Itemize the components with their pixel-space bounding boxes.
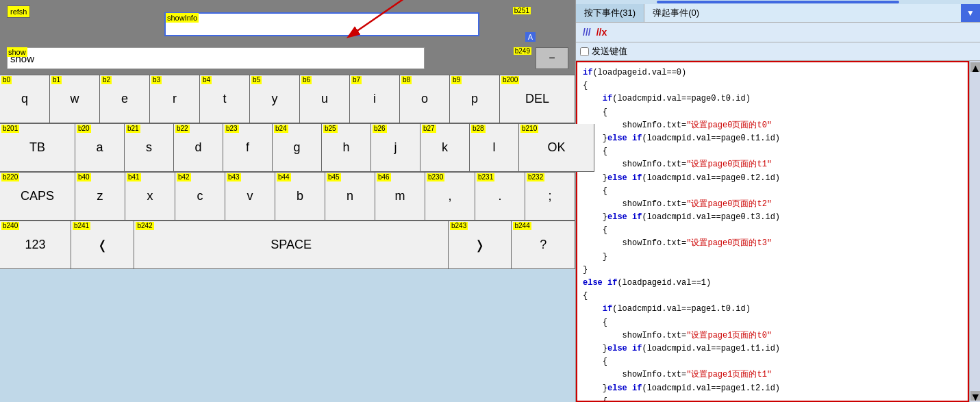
key-y[interactable]: b5y (250, 75, 300, 123)
code-header: 按下事件(31) 弹起事件(0) ▼ (576, 4, 980, 23)
key-row-4: b240123 b241❬ b242SPACE b243❭ b244? (0, 221, 575, 269)
code-area-wrapper: if(loadpageid.val==0) { if(loadcmpid.val… (576, 61, 980, 402)
code-line: showInfo.txt="设置page1页面的t0" (583, 329, 962, 342)
code-line: }else if(loadcmpid.val==page0.t3.id) (583, 211, 962, 224)
key-q[interactable]: b0q (0, 75, 50, 123)
minus-button[interactable]: − (536, 47, 568, 69)
key-k[interactable]: b27k (420, 124, 470, 172)
code-line: { (583, 290, 962, 303)
key-i[interactable]: b7i (350, 75, 400, 123)
key-d[interactable]: b22d (174, 124, 223, 172)
key-left-arrow[interactable]: b241❬ (71, 221, 135, 269)
code-line: { (583, 395, 962, 402)
show-info-container: showInfo (82, 12, 411, 36)
key-123[interactable]: b240123 (0, 221, 71, 269)
key-p[interactable]: b9p (450, 75, 500, 123)
key-comma[interactable]: b230, (425, 173, 475, 221)
key-tb[interactable]: b201TB (0, 124, 75, 172)
code-line: showInfo.txt="设置page1页面的t1" (583, 368, 962, 381)
key-j[interactable]: b26j (371, 124, 420, 172)
input-section: refsh showInfo b251 A (0, 0, 575, 75)
code-line: }else if(loadcmpid.val==page0.t1.id) (583, 132, 962, 145)
progress-bar (657, 1, 899, 3)
key-row-3: b220CAPS b40z b41x b42c b43v b44b b45n b… (0, 172, 575, 221)
code-line: showInfo.txt="设置page0页面的t0" (583, 119, 962, 132)
key-g[interactable]: b24g (273, 124, 322, 172)
code-line: { (583, 316, 962, 329)
send-label: 发送键值 (592, 45, 627, 58)
key-o[interactable]: b8o (400, 75, 450, 123)
key-v[interactable]: b43v (225, 173, 275, 221)
code-line: else if(loadpageid.val==1) (583, 277, 962, 290)
key-l[interactable]: b28l (470, 124, 519, 172)
code-line: { (583, 355, 962, 368)
scroll-up-button[interactable]: ▲ (970, 62, 980, 72)
code-body[interactable]: if(loadpageid.val==0) { if(loadcmpid.val… (576, 61, 969, 402)
keyboard-container: b0q b1w b2e b3r b4t b5y b6u b7i b8o b9p … (0, 75, 575, 269)
key-m[interactable]: b46m (375, 173, 425, 221)
key-caps[interactable]: b220CAPS (0, 173, 75, 221)
toolbar-stop-icon[interactable]: //x (594, 25, 610, 39)
code-line: showInfo.txt="设置page0页面的t2" (583, 198, 962, 211)
b249-label: b249 (514, 47, 531, 55)
key-semicolon[interactable]: b232; (525, 173, 575, 221)
code-line: } (583, 264, 962, 277)
code-line: }else if(loadcmpid.val==page1.t1.id) (583, 342, 962, 355)
show-input[interactable] (7, 47, 425, 69)
key-question[interactable]: b244? (512, 221, 575, 269)
tab-release-event[interactable]: 弹起事件(0) (644, 4, 961, 22)
code-line: showInfo.txt="设置page0页面的t3" (583, 237, 962, 250)
b251-label: b251 (513, 7, 531, 14)
progress-bar-area (576, 0, 980, 4)
a-label: A (525, 32, 536, 42)
code-line: if(loadpageid.val==0) (583, 66, 962, 79)
keyboard-area: refsh showInfo b251 A (0, 0, 575, 402)
dropdown-arrow-icon[interactable]: ▼ (961, 4, 980, 22)
code-panel: 按下事件(31) 弹起事件(0) ▼ /// //x 发送键值 if(loadp… (575, 0, 980, 402)
code-line: } (583, 251, 962, 264)
show-label: show (7, 47, 27, 57)
key-f[interactable]: b23f (223, 124, 273, 172)
code-line: { (583, 106, 962, 119)
code-line: { (583, 145, 962, 158)
key-t[interactable]: b4t (200, 75, 250, 123)
show-info-label: showInfo (166, 13, 199, 23)
key-c[interactable]: b42c (175, 173, 225, 221)
key-row-2: b201TB b20a b21s b22d b23f b24g b25h b26… (0, 123, 575, 172)
tab-press-event[interactable]: 按下事件(31) (576, 4, 644, 22)
key-space[interactable]: b242SPACE (134, 221, 449, 269)
key-b[interactable]: b44b (275, 173, 325, 221)
code-line: if(loadcmpid.val==page0.t0.id) (583, 92, 962, 105)
key-x[interactable]: b41x (125, 173, 175, 221)
code-line: if(loadcmpid.val==page1.t0.id) (583, 303, 962, 316)
key-right-arrow[interactable]: b243❭ (449, 221, 512, 269)
key-a[interactable]: b20a (75, 124, 125, 172)
input-row1: refsh showInfo b251 A (7, 5, 568, 43)
code-line: { (583, 79, 962, 92)
scrollbar[interactable]: ▲ ▼ (969, 61, 980, 402)
code-line: }else if(loadcmpid.val==page1.t2.id) (583, 382, 962, 395)
send-row: 发送键值 (576, 42, 980, 61)
key-ok[interactable]: b210OK (519, 124, 594, 172)
code-line: }else if(loadcmpid.val==page0.t2.id) (583, 172, 962, 185)
show-info-box[interactable]: showInfo (164, 12, 479, 36)
key-n[interactable]: b45n (325, 173, 375, 221)
key-h[interactable]: b25h (322, 124, 371, 172)
key-w[interactable]: b1w (50, 75, 100, 123)
input-row2: show b249 − (7, 47, 568, 69)
scroll-down-button[interactable]: ▼ (970, 391, 980, 401)
key-del[interactable]: b200DEL (500, 75, 575, 123)
code-line: showInfo.txt="设置page0页面的t1" (583, 158, 962, 171)
toolbar-run-icon[interactable]: /// (580, 25, 594, 39)
toolbar-row: /// //x (576, 23, 980, 42)
code-line: { (583, 224, 962, 237)
key-u[interactable]: b6u (300, 75, 350, 123)
key-s[interactable]: b21s (125, 124, 174, 172)
key-r[interactable]: b3r (150, 75, 200, 123)
send-checkbox[interactable] (580, 47, 589, 56)
code-line: { (583, 185, 962, 198)
key-e[interactable]: b2e (100, 75, 150, 123)
key-z[interactable]: b40z (75, 173, 125, 221)
refsh-button[interactable]: refsh (7, 5, 30, 18)
key-period[interactable]: b231. (475, 173, 525, 221)
